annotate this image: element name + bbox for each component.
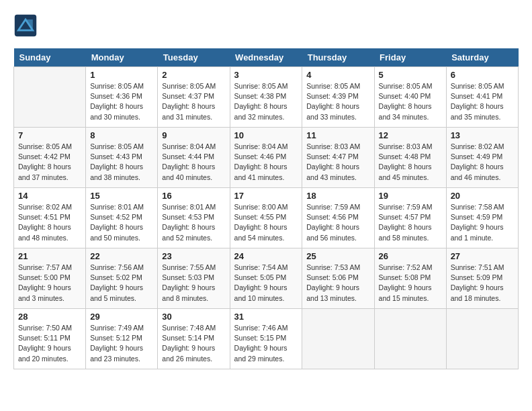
day-cell: 21Sunrise: 7:57 AM Sunset: 5:00 PM Dayli… <box>14 248 86 309</box>
day-info: Sunrise: 8:01 AM Sunset: 4:52 PM Dayligh… <box>90 202 153 243</box>
day-info: Sunrise: 8:05 AM Sunset: 4:43 PM Dayligh… <box>90 142 153 183</box>
day-number: 2 <box>162 70 225 80</box>
weekday-thursday: Thursday <box>302 48 374 67</box>
day-number: 14 <box>18 191 81 201</box>
day-info: Sunrise: 8:03 AM Sunset: 4:48 PM Dayligh… <box>379 142 442 183</box>
day-info: Sunrise: 8:03 AM Sunset: 4:47 PM Dayligh… <box>306 142 369 183</box>
day-number: 13 <box>451 130 514 140</box>
day-info: Sunrise: 8:02 AM Sunset: 4:49 PM Dayligh… <box>451 142 514 183</box>
day-info: Sunrise: 7:59 AM Sunset: 4:57 PM Dayligh… <box>379 202 442 243</box>
header <box>13 13 519 38</box>
day-number: 16 <box>162 191 225 201</box>
day-info: Sunrise: 7:48 AM Sunset: 5:14 PM Dayligh… <box>162 323 225 364</box>
day-cell: 16Sunrise: 8:01 AM Sunset: 4:53 PM Dayli… <box>158 188 230 248</box>
day-info: Sunrise: 7:46 AM Sunset: 5:15 PM Dayligh… <box>234 323 298 364</box>
day-number: 29 <box>90 312 153 322</box>
weekday-tuesday: Tuesday <box>158 48 230 67</box>
day-number: 26 <box>379 251 442 261</box>
day-info: Sunrise: 8:05 AM Sunset: 4:42 PM Dayligh… <box>18 142 81 183</box>
day-number: 3 <box>234 70 298 80</box>
day-info: Sunrise: 7:49 AM Sunset: 5:12 PM Dayligh… <box>90 323 153 364</box>
day-cell: 1Sunrise: 8:05 AM Sunset: 4:36 PM Daylig… <box>86 67 158 128</box>
day-number: 8 <box>90 130 153 140</box>
day-cell: 11Sunrise: 8:03 AM Sunset: 4:47 PM Dayli… <box>302 128 374 188</box>
day-cell <box>374 309 446 369</box>
day-cell: 10Sunrise: 8:04 AM Sunset: 4:46 PM Dayli… <box>230 128 302 188</box>
day-number: 28 <box>18 312 81 322</box>
day-number: 18 <box>306 191 369 201</box>
day-number: 10 <box>234 130 298 140</box>
day-cell: 6Sunrise: 8:05 AM Sunset: 4:41 PM Daylig… <box>446 67 518 128</box>
day-number: 22 <box>90 251 153 261</box>
week-row-1: 1Sunrise: 8:05 AM Sunset: 4:36 PM Daylig… <box>14 67 519 128</box>
day-cell <box>446 309 518 369</box>
day-cell: 22Sunrise: 7:56 AM Sunset: 5:02 PM Dayli… <box>86 248 158 309</box>
day-cell: 14Sunrise: 8:02 AM Sunset: 4:51 PM Dayli… <box>14 188 86 248</box>
day-cell: 12Sunrise: 8:03 AM Sunset: 4:48 PM Dayli… <box>374 128 446 188</box>
day-number: 4 <box>306 70 369 80</box>
day-info: Sunrise: 8:05 AM Sunset: 4:36 PM Dayligh… <box>90 81 153 122</box>
day-info: Sunrise: 8:05 AM Sunset: 4:40 PM Dayligh… <box>379 81 442 122</box>
day-info: Sunrise: 7:56 AM Sunset: 5:02 PM Dayligh… <box>90 263 153 304</box>
day-number: 27 <box>451 251 514 261</box>
day-number: 7 <box>18 130 81 140</box>
day-cell: 19Sunrise: 7:59 AM Sunset: 4:57 PM Dayli… <box>374 188 446 248</box>
day-info: Sunrise: 8:05 AM Sunset: 4:39 PM Dayligh… <box>306 81 369 122</box>
day-cell: 4Sunrise: 8:05 AM Sunset: 4:39 PM Daylig… <box>302 67 374 128</box>
weekday-wednesday: Wednesday <box>230 48 302 67</box>
week-row-2: 7Sunrise: 8:05 AM Sunset: 4:42 PM Daylig… <box>14 128 519 188</box>
day-number: 12 <box>379 130 442 140</box>
logo-icon <box>13 13 38 38</box>
day-cell: 26Sunrise: 7:52 AM Sunset: 5:08 PM Dayli… <box>374 248 446 309</box>
week-row-3: 14Sunrise: 8:02 AM Sunset: 4:51 PM Dayli… <box>14 188 519 248</box>
day-cell: 13Sunrise: 8:02 AM Sunset: 4:49 PM Dayli… <box>446 128 518 188</box>
day-cell: 30Sunrise: 7:48 AM Sunset: 5:14 PM Dayli… <box>158 309 230 369</box>
day-number: 30 <box>162 312 225 322</box>
day-cell: 29Sunrise: 7:49 AM Sunset: 5:12 PM Dayli… <box>86 309 158 369</box>
day-cell: 20Sunrise: 7:58 AM Sunset: 4:59 PM Dayli… <box>446 188 518 248</box>
day-cell: 2Sunrise: 8:05 AM Sunset: 4:37 PM Daylig… <box>158 67 230 128</box>
day-info: Sunrise: 7:59 AM Sunset: 4:56 PM Dayligh… <box>306 202 369 243</box>
day-cell: 23Sunrise: 7:55 AM Sunset: 5:03 PM Dayli… <box>158 248 230 309</box>
day-number: 6 <box>451 70 514 80</box>
week-row-5: 28Sunrise: 7:50 AM Sunset: 5:11 PM Dayli… <box>14 309 519 369</box>
day-info: Sunrise: 7:51 AM Sunset: 5:09 PM Dayligh… <box>451 263 514 304</box>
week-row-4: 21Sunrise: 7:57 AM Sunset: 5:00 PM Dayli… <box>14 248 519 309</box>
day-number: 15 <box>90 191 153 201</box>
weekday-monday: Monday <box>86 48 158 67</box>
day-cell: 18Sunrise: 7:59 AM Sunset: 4:56 PM Dayli… <box>302 188 374 248</box>
day-cell: 24Sunrise: 7:54 AM Sunset: 5:05 PM Dayli… <box>230 248 302 309</box>
weekday-sunday: Sunday <box>14 48 86 67</box>
day-cell: 15Sunrise: 8:01 AM Sunset: 4:52 PM Dayli… <box>86 188 158 248</box>
day-info: Sunrise: 7:57 AM Sunset: 5:00 PM Dayligh… <box>18 263 81 304</box>
day-cell: 5Sunrise: 8:05 AM Sunset: 4:40 PM Daylig… <box>374 67 446 128</box>
day-cell: 17Sunrise: 8:00 AM Sunset: 4:55 PM Dayli… <box>230 188 302 248</box>
day-number: 9 <box>162 130 225 140</box>
day-cell: 9Sunrise: 8:04 AM Sunset: 4:44 PM Daylig… <box>158 128 230 188</box>
day-cell: 8Sunrise: 8:05 AM Sunset: 4:43 PM Daylig… <box>86 128 158 188</box>
day-number: 31 <box>234 312 298 322</box>
day-number: 24 <box>234 251 298 261</box>
day-info: Sunrise: 7:52 AM Sunset: 5:08 PM Dayligh… <box>379 263 442 304</box>
day-info: Sunrise: 8:05 AM Sunset: 4:41 PM Dayligh… <box>451 81 514 122</box>
day-info: Sunrise: 7:53 AM Sunset: 5:06 PM Dayligh… <box>306 263 369 304</box>
calendar-body: 1Sunrise: 8:05 AM Sunset: 4:36 PM Daylig… <box>14 67 519 369</box>
day-number: 1 <box>90 70 153 80</box>
day-number: 25 <box>306 251 369 261</box>
day-cell: 7Sunrise: 8:05 AM Sunset: 4:42 PM Daylig… <box>14 128 86 188</box>
day-info: Sunrise: 8:05 AM Sunset: 4:38 PM Dayligh… <box>234 81 298 122</box>
day-info: Sunrise: 7:50 AM Sunset: 5:11 PM Dayligh… <box>18 323 81 364</box>
day-number: 20 <box>451 191 514 201</box>
day-number: 21 <box>18 251 81 261</box>
day-cell <box>14 67 86 128</box>
day-number: 23 <box>162 251 225 261</box>
day-info: Sunrise: 7:54 AM Sunset: 5:05 PM Dayligh… <box>234 263 298 304</box>
day-info: Sunrise: 8:00 AM Sunset: 4:55 PM Dayligh… <box>234 202 298 243</box>
day-number: 5 <box>379 70 442 80</box>
weekday-friday: Friday <box>374 48 446 67</box>
day-info: Sunrise: 7:58 AM Sunset: 4:59 PM Dayligh… <box>451 202 514 243</box>
day-cell: 25Sunrise: 7:53 AM Sunset: 5:06 PM Dayli… <box>302 248 374 309</box>
weekday-saturday: Saturday <box>446 48 518 67</box>
calendar: SundayMondayTuesdayWednesdayThursdayFrid… <box>13 48 519 369</box>
day-cell: 28Sunrise: 7:50 AM Sunset: 5:11 PM Dayli… <box>14 309 86 369</box>
